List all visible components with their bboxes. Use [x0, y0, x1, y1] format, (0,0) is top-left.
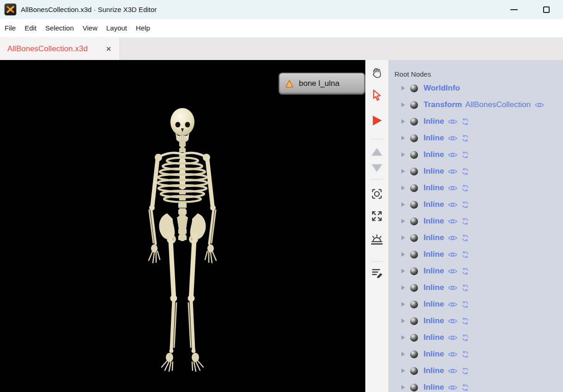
expander-triangle-icon[interactable] — [401, 285, 405, 290]
reload-icon[interactable] — [461, 134, 469, 142]
menu-edit[interactable]: Edit — [24, 24, 36, 32]
visibility-eye-icon[interactable] — [448, 218, 458, 225]
expander-triangle-icon[interactable] — [401, 235, 405, 240]
visibility-eye-icon[interactable] — [448, 351, 458, 358]
fit-view-icon[interactable] — [370, 209, 384, 223]
reload-icon[interactable] — [461, 267, 469, 275]
visibility-eye-icon[interactable] — [448, 301, 458, 308]
tree-row[interactable]: Inline — [388, 362, 563, 379]
expander-triangle-icon[interactable] — [401, 269, 405, 273]
node-sphere-icon[interactable] — [410, 217, 418, 225]
viewport-3d[interactable]: bone l_ulna — [0, 60, 365, 392]
tree-row[interactable]: Inline — [388, 229, 563, 246]
menu-selection[interactable]: Selection — [45, 24, 74, 32]
node-sphere-icon[interactable] — [410, 384, 418, 392]
expander-triangle-icon[interactable] — [401, 368, 405, 373]
visibility-eye-icon[interactable] — [448, 135, 458, 142]
expander-triangle-icon[interactable] — [401, 352, 405, 356]
visibility-eye-icon[interactable] — [448, 368, 458, 374]
tree-row[interactable]: Inline — [388, 313, 563, 329]
visibility-eye-icon[interactable] — [448, 334, 458, 341]
node-sphere-icon[interactable] — [410, 151, 418, 159]
tab-close-icon[interactable]: ✕ — [104, 44, 113, 54]
node-sphere-icon[interactable] — [410, 267, 418, 275]
expander-triangle-icon[interactable] — [401, 119, 405, 124]
node-sphere-icon[interactable] — [410, 284, 418, 292]
menu-file[interactable]: File — [5, 24, 16, 32]
node-sphere-icon[interactable] — [410, 234, 418, 242]
tree-row[interactable]: Inline — [388, 196, 563, 213]
tree-row[interactable]: Inline — [388, 180, 563, 196]
tree-row[interactable]: Inline — [388, 113, 563, 130]
visibility-eye-icon[interactable] — [448, 384, 458, 391]
tree-row[interactable]: Inline — [388, 246, 563, 263]
focus-selection-icon[interactable] — [370, 187, 384, 201]
expander-triangle-icon[interactable] — [401, 319, 405, 323]
expander-triangle-icon[interactable] — [401, 152, 405, 157]
reload-icon[interactable] — [461, 251, 469, 259]
node-sphere-icon[interactable] — [410, 301, 418, 308]
visibility-eye-icon[interactable] — [448, 185, 458, 192]
move-down-icon[interactable] — [370, 161, 384, 175]
select-tool-icon[interactable] — [370, 88, 384, 102]
reload-icon[interactable] — [461, 184, 469, 192]
visibility-eye-icon[interactable] — [448, 251, 458, 258]
tree-row[interactable]: Transform AllBonesCollection — [388, 96, 563, 113]
tree-row[interactable]: Inline — [388, 379, 563, 392]
node-sphere-icon[interactable] — [410, 101, 418, 109]
edit-source-icon[interactable] — [370, 266, 384, 280]
reload-icon[interactable] — [461, 284, 469, 292]
tab-allbonescollection[interactable]: AllBonesCollection.x3d ✕ — [0, 38, 120, 60]
tree-row[interactable]: Inline — [388, 329, 563, 346]
reload-icon[interactable] — [461, 350, 469, 358]
visibility-eye-icon[interactable] — [534, 102, 545, 109]
tree-row[interactable]: Inline — [388, 130, 563, 146]
node-sphere-icon[interactable] — [410, 84, 418, 92]
visibility-eye-icon[interactable] — [448, 268, 458, 275]
reload-icon[interactable] — [461, 118, 469, 126]
node-sphere-icon[interactable] — [410, 134, 418, 142]
node-sphere-icon[interactable] — [410, 367, 418, 375]
visibility-eye-icon[interactable] — [448, 235, 458, 241]
expander-triangle-icon[interactable] — [401, 335, 405, 340]
play-icon[interactable] — [370, 114, 384, 127]
reload-icon[interactable] — [461, 217, 469, 225]
visibility-eye-icon[interactable] — [448, 318, 458, 325]
tree-row[interactable]: Inline — [388, 296, 563, 313]
visibility-eye-icon[interactable] — [448, 168, 458, 175]
expander-triangle-icon[interactable] — [401, 103, 405, 107]
node-sphere-icon[interactable] — [410, 317, 418, 325]
tree-row[interactable]: Inline — [388, 279, 563, 296]
menu-layout[interactable]: Layout — [106, 24, 127, 32]
visibility-eye-icon[interactable] — [448, 284, 458, 291]
visibility-eye-icon[interactable] — [448, 118, 458, 125]
reload-icon[interactable] — [461, 151, 469, 159]
node-sphere-icon[interactable] — [410, 201, 418, 209]
expander-triangle-icon[interactable] — [401, 136, 405, 140]
node-sphere-icon[interactable] — [410, 334, 418, 342]
move-up-icon[interactable] — [370, 145, 384, 159]
tree-row[interactable]: Inline — [388, 263, 563, 279]
tree-row[interactable]: Inline — [388, 213, 563, 229]
menu-view[interactable]: View — [83, 24, 97, 32]
expander-triangle-icon[interactable] — [401, 186, 405, 190]
tree-row[interactable]: Inline — [388, 346, 563, 362]
pan-tool-icon[interactable] — [370, 66, 384, 80]
expander-triangle-icon[interactable] — [401, 86, 405, 90]
expander-triangle-icon[interactable] — [401, 385, 405, 390]
reload-icon[interactable] — [461, 201, 469, 209]
reload-icon[interactable] — [461, 234, 469, 242]
reload-icon[interactable] — [461, 367, 469, 375]
maximize-button[interactable] — [537, 0, 556, 19]
node-sphere-icon[interactable] — [410, 184, 418, 192]
reload-icon[interactable] — [461, 168, 469, 175]
expander-triangle-icon[interactable] — [401, 219, 405, 223]
tree-row[interactable]: Inline — [388, 146, 563, 163]
visibility-eye-icon[interactable] — [448, 151, 458, 158]
tree-row[interactable]: Inline — [388, 163, 563, 180]
reload-icon[interactable] — [461, 334, 469, 342]
node-sphere-icon[interactable] — [410, 251, 418, 259]
node-sphere-icon[interactable] — [410, 168, 418, 175]
node-sphere-icon[interactable] — [410, 118, 418, 126]
tree-row[interactable]: WorldInfo — [388, 80, 563, 96]
